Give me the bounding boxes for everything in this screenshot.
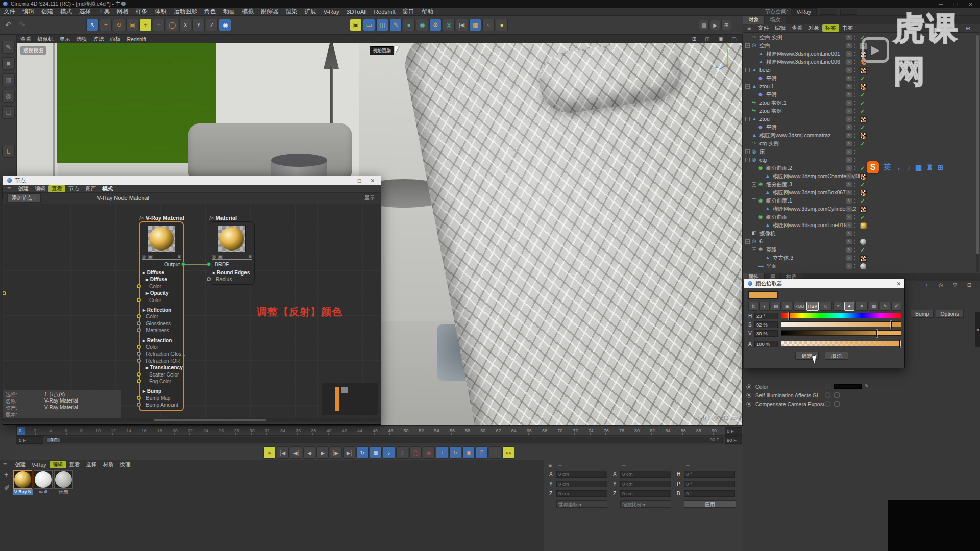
app-menu-16[interactable]: 扩展 bbox=[301, 8, 320, 15]
app-menu-10[interactable]: 运动图形 bbox=[170, 8, 201, 15]
layer-toggle-icon[interactable]: ✎ bbox=[846, 76, 852, 81]
brdf-port[interactable] bbox=[207, 262, 211, 266]
tree-row-平滑[interactable]: ◆平滑✎●●✓ bbox=[743, 123, 974, 132]
key-position-button[interactable]: + bbox=[436, 446, 448, 459]
tree-row-平面[interactable]: ▬平面✎●●✓ bbox=[743, 262, 974, 270]
app-menu-4[interactable]: 模式 bbox=[57, 8, 76, 15]
tree-row-细分曲面-1[interactable]: −◉细分曲面.1✎●●✓ bbox=[743, 197, 974, 205]
tree-row-ztou-1[interactable]: −▲ztou.1✎●●? bbox=[743, 83, 974, 91]
kelvin-mode-button[interactable]: K bbox=[820, 302, 832, 311]
om-tab-对象[interactable]: 对象 bbox=[743, 16, 765, 24]
enabled-check-tag[interactable]: ✓ bbox=[860, 124, 865, 131]
phong-tag[interactable] bbox=[860, 84, 866, 90]
layer-toggle-icon[interactable]: ✎ bbox=[846, 100, 852, 106]
panel-collapse-handle[interactable]: ◀ bbox=[975, 312, 980, 347]
interactive-render-button[interactable]: ✎ bbox=[389, 19, 402, 31]
app-menu-5[interactable]: 选择 bbox=[76, 8, 94, 15]
layer-toggle-icon[interactable]: ✎ bbox=[846, 51, 852, 57]
viewport-split-icon[interactable]: ◫ bbox=[702, 35, 713, 44]
visibility-dots[interactable]: ●● bbox=[854, 59, 856, 65]
node-min-button[interactable]: ─ bbox=[345, 178, 348, 184]
preview-range-button[interactable]: ▦ bbox=[370, 446, 382, 459]
record-position-button[interactable]: ◯ bbox=[409, 446, 422, 459]
layer-toggle-icon[interactable]: ✎ bbox=[846, 84, 852, 89]
minimize-button[interactable]: ─ bbox=[939, 1, 942, 7]
layer-toggle-icon[interactable]: ✎ bbox=[846, 124, 852, 130]
app-menu-18[interactable]: 3DToAll bbox=[343, 9, 371, 15]
viewport-menu-7[interactable]: Redshift bbox=[124, 36, 150, 42]
om-tab-场次[interactable]: 场次 bbox=[765, 16, 786, 24]
enabled-check-tag[interactable]: ✓ bbox=[860, 214, 865, 221]
tree-row-模匠网www-3dsmj-comBox067[interactable]: ▲模匠网www.3dsmj.comBox067✎●●▲▲ bbox=[743, 189, 974, 197]
layer-toggle-icon[interactable]: ✎ bbox=[846, 173, 852, 179]
ne-menu-icon[interactable]: ≡ bbox=[7, 185, 11, 192]
mixer-icon[interactable]: ≡ bbox=[833, 302, 843, 311]
ime-voice-icon[interactable]: ♪ bbox=[907, 163, 911, 171]
node-canvas[interactable]: f×V-Ray Material◎ ▣≡Output▸ Diffuse▸ Dif… bbox=[3, 203, 381, 422]
app-menu-21[interactable]: 帮助 bbox=[418, 8, 437, 15]
slider-marker-S[interactable] bbox=[891, 321, 892, 329]
viewport-menu-1[interactable]: 查看 bbox=[17, 36, 34, 43]
offscreen-node-port[interactable] bbox=[3, 291, 6, 295]
timeline-range-track[interactable]: 0 F 90 F bbox=[46, 437, 723, 443]
enabled-check-tag[interactable]: ✓ bbox=[860, 76, 865, 82]
show-button[interactable]: 显示 bbox=[364, 194, 375, 202]
app-menu-15[interactable]: 渲染 bbox=[282, 8, 301, 15]
node-space-select[interactable]: V-Ray bbox=[791, 8, 817, 15]
object-label[interactable]: ztou 实例.1 bbox=[760, 99, 787, 107]
lock-icon[interactable]: ⊡ bbox=[964, 280, 974, 290]
slider-bar-V[interactable] bbox=[781, 330, 901, 336]
tree-row-摄像机[interactable]: ◧摄像机✎●● bbox=[743, 230, 974, 238]
vray-frame-buffer-button[interactable]: ◉ bbox=[416, 19, 428, 31]
close-button[interactable]: ✕ bbox=[968, 1, 973, 7]
visibility-dots[interactable]: ●● bbox=[854, 246, 856, 253]
collapse-icon[interactable]: − bbox=[752, 198, 756, 203]
channel-tab-options[interactable]: Options bbox=[936, 310, 963, 318]
ime-keyboard-icon[interactable]: ▤ bbox=[915, 163, 922, 171]
record-active-button[interactable]: ◉ bbox=[423, 446, 435, 459]
expand-icon[interactable]: + bbox=[745, 149, 750, 154]
material-sphere-button[interactable]: ▩ bbox=[469, 19, 481, 31]
selection-tag[interactable]: ▲ bbox=[860, 59, 866, 66]
layer-toggle-icon[interactable]: ✎ bbox=[846, 43, 852, 48]
visibility-dots[interactable]: ●● bbox=[854, 91, 856, 97]
node-space-button[interactable]: |◀| bbox=[456, 19, 468, 31]
phong-tag[interactable] bbox=[860, 190, 866, 196]
next-key-button[interactable]: |▶ bbox=[330, 446, 342, 459]
material-tag[interactable] bbox=[860, 263, 866, 269]
search-icon[interactable]: ◎ bbox=[936, 280, 946, 290]
visibility-dots[interactable]: ●● bbox=[854, 34, 856, 40]
app-menu-9[interactable]: 体积 bbox=[151, 8, 170, 15]
material-thumb-wall[interactable] bbox=[34, 470, 53, 489]
layer-toggle-icon[interactable]: ✎ bbox=[846, 92, 852, 97]
eyedropper-icon[interactable]: ✐ bbox=[891, 302, 901, 311]
material-label[interactable]: V-Ray N bbox=[13, 489, 33, 495]
om-menu-2[interactable]: 编辑 bbox=[772, 24, 789, 32]
visibility-dots[interactable]: ●● bbox=[854, 238, 856, 244]
materials-menu-icon[interactable]: ≡ bbox=[3, 461, 7, 468]
enabled-check-tag[interactable]: ✓ bbox=[860, 198, 865, 205]
enabled-check-tag[interactable]: ✓ bbox=[860, 165, 865, 172]
filter-icon[interactable]: ◇ bbox=[948, 23, 959, 33]
param-bullet[interactable] bbox=[746, 393, 751, 398]
vray-render-button[interactable]: ● bbox=[403, 19, 415, 31]
node-connection-wire[interactable] bbox=[185, 264, 207, 265]
param-bullet[interactable] bbox=[746, 384, 751, 389]
model-mode-icon[interactable]: ■ bbox=[2, 57, 15, 70]
object-label[interactable]: beizi bbox=[760, 67, 771, 73]
prev-key-button[interactable]: ◀| bbox=[290, 446, 302, 459]
layer-toggle-icon[interactable]: ✎ bbox=[846, 239, 852, 244]
vray-settings-button[interactable]: ◎ bbox=[443, 19, 455, 31]
goto-end-button[interactable]: ▶| bbox=[343, 446, 355, 459]
slider-marker-H[interactable] bbox=[789, 312, 790, 320]
layer-toggle-icon[interactable]: ✎ bbox=[846, 182, 852, 187]
wheel-icon[interactable]: ◐ bbox=[760, 302, 770, 311]
collapse-icon[interactable]: − bbox=[752, 182, 756, 187]
object-label[interactable]: 平滑 bbox=[766, 124, 777, 131]
undo-icon[interactable]: ↶ bbox=[5, 20, 12, 30]
add-node-button[interactable]: 添加节点... bbox=[7, 193, 41, 203]
phong-tag[interactable] bbox=[860, 116, 866, 123]
tree-row-克隆[interactable]: −✱克隆✎●●✓ bbox=[743, 246, 974, 254]
slider-marker-A[interactable] bbox=[899, 340, 900, 348]
slider-value-H[interactable]: 23 ° bbox=[754, 313, 778, 319]
